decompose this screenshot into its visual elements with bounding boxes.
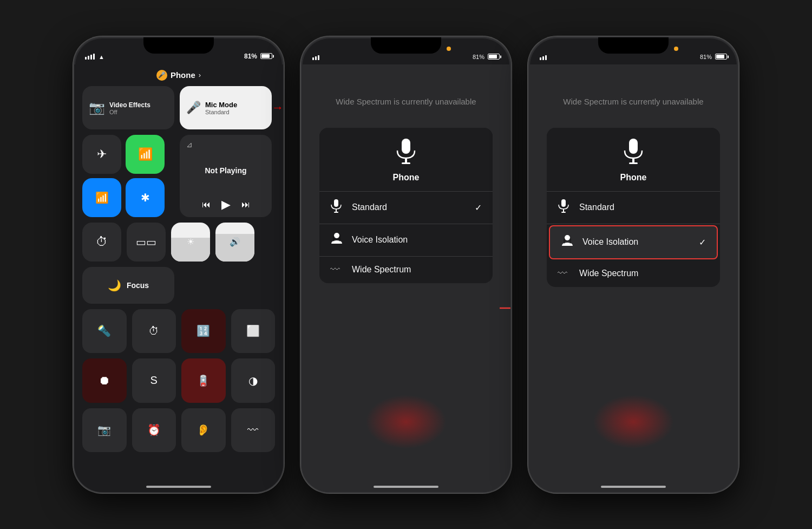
menu-item-voice-isolation-3[interactable]: Voice Isolation ✓	[549, 225, 718, 259]
mic-svg-2	[395, 139, 417, 165]
status-left: ▲	[85, 54, 104, 60]
airplane-icon: ✈	[97, 147, 107, 161]
volume-tile[interactable]: 🔊	[215, 223, 254, 262]
now-playing-tile[interactable]: ⊿ Not Playing ⏮ ▶ ⏭	[180, 135, 272, 217]
record-tile[interactable]: ⏺	[82, 358, 127, 403]
control-row-2: ✈ 📶 📶 ✱ ⊿	[82, 135, 275, 217]
wifi-tile[interactable]: 📶	[82, 178, 121, 217]
svg-rect-11	[629, 139, 638, 154]
mic-mode-menu-2: Phone Standard ✓	[319, 128, 493, 283]
wide-spectrum-icon-3: 〰	[558, 268, 573, 279]
screen-time-icon: ⏱	[96, 235, 108, 249]
menu-item-standard-2[interactable]: Standard ✓	[319, 192, 493, 224]
red-arrow-1: →	[272, 101, 284, 115]
app-chevron: ›	[199, 71, 201, 79]
mirror-icon: ▭▭	[136, 236, 156, 249]
sound-icon: 〰	[247, 424, 258, 436]
battery-icon	[260, 53, 272, 59]
bar2	[88, 56, 89, 60]
svg-rect-2	[402, 162, 410, 164]
invert-tile[interactable]: ◑	[231, 358, 276, 403]
battery-icon-2	[488, 54, 500, 60]
svg-rect-14	[561, 199, 566, 207]
bluetooth-icon: ✱	[141, 191, 150, 204]
forward-button[interactable]: ⏭	[241, 200, 250, 210]
menu-item-voice-isolation-2[interactable]: Voice Isolation	[319, 224, 493, 257]
now-playing-label: Not Playing	[205, 166, 246, 175]
bluetooth-tile[interactable]: ✱	[126, 178, 165, 217]
svg-rect-1	[405, 158, 407, 162]
play-button[interactable]: ▶	[221, 198, 231, 212]
mic-mode-sublabel: Standard	[205, 109, 237, 115]
standard-icon-2	[330, 199, 345, 216]
menu-header-3: Phone	[547, 128, 720, 191]
flashlight-tile[interactable]: 🔦	[82, 309, 127, 354]
menu-header-2: Phone	[319, 128, 493, 191]
mirror-tile[interactable]: ▭▭	[127, 223, 166, 262]
brightness-tile[interactable]: ☀	[171, 223, 210, 262]
menu-item-standard-3[interactable]: Standard	[547, 192, 720, 224]
rewind-button[interactable]: ⏮	[202, 200, 211, 210]
alarm-tile[interactable]: ⏰	[132, 408, 176, 453]
battery-tile[interactable]: 🪫	[181, 358, 226, 403]
svg-rect-13	[629, 162, 638, 164]
calculator-tile[interactable]: 🔢	[181, 309, 226, 354]
now-playing-header: ⊿	[180, 135, 272, 149]
unavailable-text-3: Wide Spectrum is currently unavailable	[563, 97, 703, 106]
video-effects-tile[interactable]: 📷 Video Effects Off	[82, 86, 174, 129]
shazam-tile[interactable]: S	[132, 358, 176, 403]
flashlight-icon: 🔦	[97, 324, 111, 337]
svg-rect-3	[334, 199, 338, 207]
red-glow-3	[593, 395, 674, 449]
timer-tile[interactable]: ⏱	[132, 309, 176, 354]
battery-percent: 81%	[244, 53, 257, 60]
airplane-tile[interactable]: ✈	[82, 135, 121, 174]
app-header-mic-icon: 🎤	[156, 70, 167, 81]
menu-items-2: Standard ✓ Voice Isolation	[319, 191, 493, 283]
notch-2	[371, 37, 441, 54]
inter-phone-arrow	[497, 300, 512, 316]
mic-mode-tile[interactable]: 🎤 Mic Mode Standard →	[180, 86, 272, 129]
sound-tile[interactable]: 〰	[231, 408, 276, 453]
hearing-tile[interactable]: 👂	[181, 408, 226, 453]
standard-icon-3	[558, 199, 573, 216]
focus-spacer	[180, 267, 272, 304]
focus-label: Focus	[127, 281, 149, 290]
signal-bars	[85, 54, 95, 60]
svg-rect-16	[561, 212, 566, 213]
svg-rect-4	[336, 209, 337, 212]
svg-point-17	[565, 235, 570, 240]
mic-mode-label: Mic Mode	[205, 101, 237, 109]
menu-header-mic-icon	[395, 139, 417, 169]
playback-controls: ⏮ ▶ ⏭	[180, 192, 272, 217]
cellular-tile[interactable]: 📶	[126, 135, 165, 174]
app-header: 🎤 Phone ›	[82, 70, 275, 81]
bar4	[93, 54, 95, 60]
status-right-2: 81%	[473, 54, 500, 60]
control-row-4: 🌙 Focus	[82, 267, 275, 304]
mic-mode-menu-3: Phone Standard	[547, 128, 720, 287]
screen-time-tile[interactable]: ⏱	[82, 223, 121, 262]
signal-bars-3	[540, 55, 547, 60]
menu-item-wide-spectrum-2[interactable]: 〰 Wide Spectrum	[319, 257, 493, 283]
notch-3	[598, 37, 669, 54]
qr-tile[interactable]: ⬜	[231, 309, 276, 354]
app-title: Phone	[171, 70, 195, 80]
voice-isolation-icon-2	[330, 232, 345, 249]
mic-mode-icon: 🎤	[186, 101, 201, 115]
camera-tile[interactable]: 📷	[82, 408, 127, 453]
phone2-content: Wide Spectrum is currently unavailable P…	[302, 64, 510, 492]
video-effects-label: Video Effects	[109, 101, 150, 109]
volume-icon: 🔊	[230, 237, 240, 247]
record-icon: ⏺	[99, 374, 110, 388]
phone1-content: 🎤 Phone › 📷 Video Effects Off 🎤	[74, 64, 283, 492]
svg-rect-18	[564, 238, 565, 244]
unavailable-text-2: Wide Spectrum is currently unavailable	[336, 97, 476, 106]
menu-item-wide-spectrum-3[interactable]: 〰 Wide Spectrum	[547, 260, 720, 287]
focus-tile[interactable]: 🌙 Focus	[82, 267, 174, 304]
phone-1: ▲ 81% 🎤 Phone › 📷 Video	[73, 36, 284, 493]
svg-rect-15	[563, 209, 564, 212]
wide-spectrum-label-2: Wide Spectrum	[352, 265, 482, 275]
wifi-indicator: ▲	[99, 54, 104, 60]
home-indicator-2	[374, 486, 438, 488]
